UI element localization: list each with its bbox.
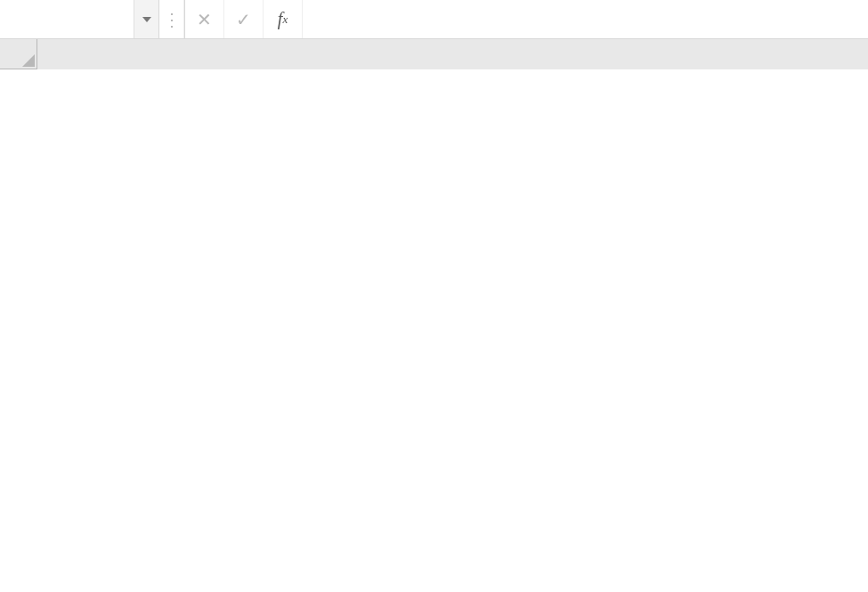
enter-icon[interactable]: ✓ xyxy=(224,0,264,38)
name-box-dropdown[interactable] xyxy=(134,0,158,38)
insert-function-icon[interactable]: fx xyxy=(264,0,303,38)
name-box[interactable] xyxy=(0,0,134,38)
column-headers xyxy=(37,39,868,69)
formula-bar-options-icon[interactable]: ⋮ xyxy=(159,0,184,38)
formula-bar: ⋮ ✕ ✓ fx xyxy=(0,0,868,39)
worksheet-grid[interactable] xyxy=(37,69,868,592)
name-box-wrap xyxy=(0,0,159,38)
formula-input[interactable] xyxy=(303,0,868,38)
select-all-corner[interactable] xyxy=(0,39,37,69)
cancel-icon[interactable]: ✕ xyxy=(185,0,224,38)
